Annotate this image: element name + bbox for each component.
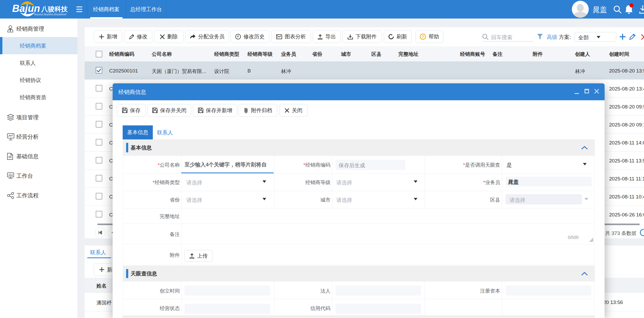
svg-text:八骏科技: 八骏科技 [41, 5, 68, 13]
svg-text:Anyone,Anytime,Anywhere!: Anyone,Anytime,Anywhere! [34, 13, 67, 16]
svg-text:?: ? [422, 35, 424, 39]
svg-text:Bajun: Bajun [12, 3, 40, 14]
